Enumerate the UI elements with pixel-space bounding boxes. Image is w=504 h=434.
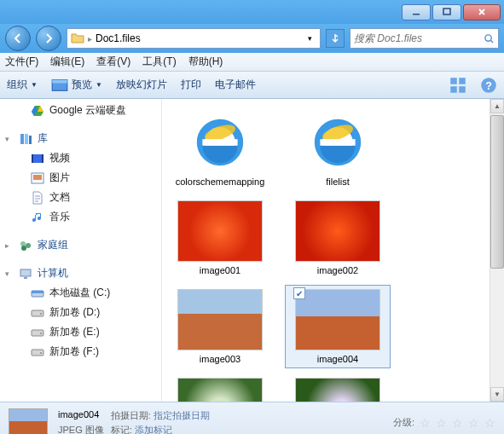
sidebar-item-drive-f[interactable]: 新加卷 (F:) xyxy=(0,342,161,362)
sidebar-item-drive-d[interactable]: 新加卷 (D:) xyxy=(0,303,161,322)
star-icon[interactable]: ☆ xyxy=(452,416,463,430)
sidebar-item-label: 库 xyxy=(38,131,48,146)
sidebar-item-videos[interactable]: 视频 xyxy=(0,148,161,168)
back-arrow-icon xyxy=(12,32,24,44)
menu-file[interactable]: 文件(F) xyxy=(5,55,38,69)
sidebar-item-documents[interactable]: 文档 xyxy=(0,188,161,207)
file-item[interactable]: image002 xyxy=(285,196,391,280)
file-item[interactable] xyxy=(167,373,273,402)
search-box[interactable] xyxy=(350,28,499,49)
sidebar-item-drive-e[interactable]: 新加卷 (E:) xyxy=(0,322,161,342)
back-button[interactable] xyxy=(5,26,31,51)
menu-bar: 文件(F) 编辑(E) 查看(V) 工具(T) 帮助(H) xyxy=(0,53,504,72)
file-item[interactable] xyxy=(285,373,391,402)
scrollbar-thumb[interactable] xyxy=(490,115,504,269)
sidebar-item-drive-c[interactable]: 本地磁盘 (C:) xyxy=(0,283,161,303)
svg-point-26 xyxy=(40,313,42,315)
toolbar-preview[interactable]: 预览▼ xyxy=(51,77,102,94)
sidebar-item-label: 本地磁盘 (C:) xyxy=(49,286,110,300)
menu-view[interactable]: 查看(V) xyxy=(96,55,130,69)
sidebar-item-label: 计算机 xyxy=(38,266,68,281)
star-icon[interactable]: ☆ xyxy=(468,416,479,430)
collapse-icon: ▾ xyxy=(5,135,9,143)
checkbox-icon[interactable]: ✔ xyxy=(293,287,305,299)
svg-rect-36 xyxy=(320,139,355,146)
sidebar-homegroup-header[interactable]: ▸ 家庭组 xyxy=(0,235,161,255)
scroll-down-button[interactable]: ▼ xyxy=(490,387,504,402)
sidebar-computer-header[interactable]: ▾ 计算机 xyxy=(0,263,161,283)
help-button[interactable]: ? xyxy=(480,77,497,94)
forward-button[interactable] xyxy=(36,26,61,51)
search-input[interactable] xyxy=(354,32,484,44)
sidebar-item-label: 音乐 xyxy=(49,210,70,224)
help-icon: ? xyxy=(480,77,497,94)
svg-point-19 xyxy=(26,243,31,248)
svg-rect-27 xyxy=(32,330,43,336)
details-thumbnail xyxy=(9,408,48,435)
file-label: image004 xyxy=(317,354,358,364)
star-icon[interactable]: ☆ xyxy=(484,416,495,430)
svg-rect-25 xyxy=(32,310,43,316)
file-item[interactable]: ✔image004 xyxy=(285,285,391,368)
breadcrumb-separator-icon: ▸ xyxy=(88,34,92,43)
file-item[interactable]: image001 xyxy=(167,196,273,280)
menu-tools[interactable]: 工具(T) xyxy=(142,55,176,69)
drive-icon xyxy=(31,345,44,359)
sidebar-item-google-drive[interactable]: Google 云端硬盘 xyxy=(0,101,161,120)
svg-point-30 xyxy=(40,352,42,354)
details-tag-key: 标记: xyxy=(111,425,132,435)
drive-icon xyxy=(31,286,44,300)
file-item[interactable]: image003 xyxy=(167,285,273,368)
details-date-value[interactable]: 指定拍摄日期 xyxy=(154,410,210,420)
sidebar-item-label: 新加卷 (F:) xyxy=(49,344,99,359)
vertical-scrollbar[interactable]: ▲ ▼ xyxy=(490,99,504,402)
sidebar-item-label: 文档 xyxy=(49,190,70,205)
forward-arrow-icon xyxy=(43,32,55,44)
svg-rect-17 xyxy=(33,175,42,180)
view-options-button[interactable] xyxy=(449,77,466,94)
breadcrumb-folder[interactable]: Doc1.files xyxy=(96,32,141,44)
preview-icon xyxy=(51,77,68,94)
close-button[interactable] xyxy=(463,4,501,20)
address-dropdown-icon[interactable]: ▾ xyxy=(303,34,316,43)
navigation-pane: Google 云端硬盘 ▾ 库 视频 图片 文档 音乐 ▸ 家庭组 ▾ 计算机 … xyxy=(0,99,162,402)
details-rating[interactable]: 分级: ☆☆☆☆☆ xyxy=(393,416,495,430)
details-date-key: 拍摄日期: xyxy=(111,410,151,420)
sidebar-item-label: 视频 xyxy=(49,151,70,165)
chevron-down-icon: ▼ xyxy=(31,81,38,89)
svg-rect-29 xyxy=(32,350,43,356)
file-list-pane[interactable]: colorschememappingfilelistimage001image0… xyxy=(162,99,504,402)
star-icon[interactable]: ☆ xyxy=(436,416,447,430)
sidebar-libraries-header[interactable]: ▾ 库 xyxy=(0,129,161,148)
svg-rect-10 xyxy=(20,134,24,144)
details-tag-value[interactable]: 添加标记 xyxy=(135,425,172,435)
toolbar-print[interactable]: 打印 xyxy=(181,78,201,92)
svg-rect-3 xyxy=(52,79,67,83)
toolbar-organize[interactable]: 组织▼ xyxy=(7,78,38,92)
window-titlebar xyxy=(0,0,504,24)
chevron-down-icon: ▼ xyxy=(96,81,102,89)
toolbar-email[interactable]: 电子邮件 xyxy=(215,78,256,92)
toolbar-slideshow[interactable]: 放映幻灯片 xyxy=(116,78,167,92)
menu-help[interactable]: 帮助(H) xyxy=(188,55,223,69)
svg-point-28 xyxy=(40,333,42,334)
sidebar-item-pictures[interactable]: 图片 xyxy=(0,168,161,188)
navigation-bar: ▸ Doc1.files ▾ xyxy=(0,24,504,53)
rating-key: 分级: xyxy=(393,416,414,429)
collapse-icon: ▾ xyxy=(5,269,9,278)
details-filetype: JPEG 图像 xyxy=(58,424,104,435)
svg-rect-4 xyxy=(450,78,457,84)
address-bar[interactable]: ▸ Doc1.files ▾ xyxy=(67,28,321,49)
minimize-button[interactable] xyxy=(402,4,431,20)
svg-rect-13 xyxy=(32,154,43,163)
file-item[interactable]: filelist xyxy=(285,107,391,191)
refresh-button[interactable] xyxy=(326,29,345,48)
maximize-button[interactable] xyxy=(432,4,461,20)
scroll-up-button[interactable]: ▲ xyxy=(490,99,504,113)
star-icon[interactable]: ☆ xyxy=(420,416,431,430)
file-item[interactable]: colorschememapping xyxy=(167,107,273,191)
menu-edit[interactable]: 编辑(E) xyxy=(50,55,84,69)
svg-point-20 xyxy=(21,246,26,251)
ie-icon xyxy=(194,117,246,168)
sidebar-item-music[interactable]: 音乐 xyxy=(0,207,161,227)
